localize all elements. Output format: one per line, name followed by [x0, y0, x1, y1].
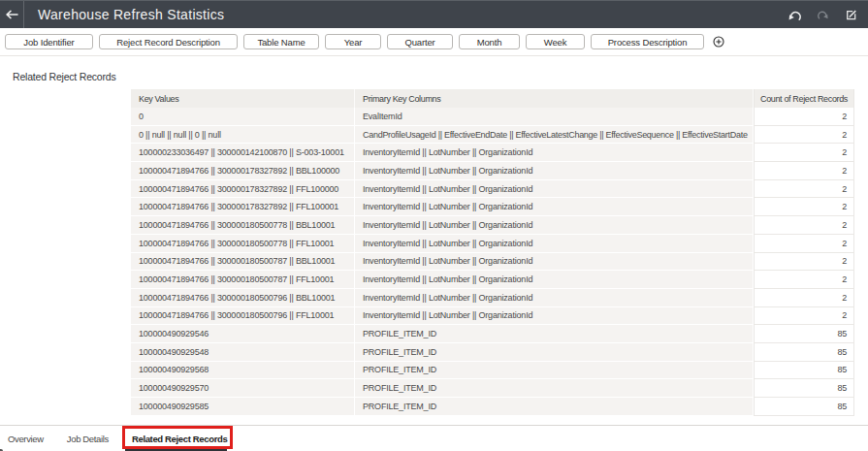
tab-job-details[interactable]: Job Details: [59, 426, 116, 451]
count-cell: 85: [754, 362, 854, 380]
count-cell: 2: [754, 162, 854, 180]
top-header-bar: Warehouse Refresh Statistics: [0, 0, 868, 28]
table-row[interactable]: 100000233036497 || 300000142100870 || S-…: [131, 144, 854, 162]
filter-chip-month[interactable]: Month: [459, 34, 520, 49]
key-values-cell: 100000490929568: [131, 362, 355, 380]
primary-key-columns-cell: PROFILE_ITEM_ID: [355, 398, 754, 416]
primary-key-columns-cell: PROFILE_ITEM_ID: [355, 325, 754, 343]
primary-key-columns-cell: PROFILE_ITEM_ID: [355, 362, 754, 380]
count-cell: 85: [754, 325, 854, 343]
primary-key-columns-cell: InventoryItemId || LotNumber || Organiza…: [355, 144, 754, 162]
key-values-cell: 100000490929570: [131, 379, 355, 398]
table-row[interactable]: 100000490929570PROFILE_ITEM_ID85: [131, 379, 854, 398]
count-cell: 2: [754, 289, 854, 307]
count-cell: 85: [754, 343, 854, 362]
primary-key-columns-cell: PROFILE_ITEM_ID: [355, 379, 754, 398]
table-row[interactable]: 100000471894766 || 300000178327892 || FF…: [131, 198, 854, 216]
key-values-cell: 100000471894766 || 300000180500787 || FF…: [131, 271, 355, 289]
plus-circle-icon: [713, 36, 724, 48]
count-cell: 85: [754, 398, 854, 416]
table-row[interactable]: 100000471894766 || 300000178327892 || FF…: [131, 180, 854, 199]
filter-chip-reject-record-description[interactable]: Reject Record Description: [99, 34, 238, 49]
table-row[interactable]: 100000471894766 || 300000180500778 || BB…: [131, 216, 854, 235]
column-header-primary-key-columns[interactable]: Primary Key Columns: [355, 89, 754, 108]
table-row[interactable]: 100000471894766 || 300000180500787 || BB…: [131, 253, 854, 272]
primary-key-columns-cell: EvalItemId: [355, 108, 754, 126]
filter-bar: Job IdentifierReject Record DescriptionT…: [0, 28, 868, 56]
key-values-cell: 100000471894766 || 300000180500778 || FF…: [131, 235, 355, 253]
key-values-cell: 100000490929548: [131, 343, 355, 362]
key-values-cell: 100000471894766 || 300000178327892 || FF…: [131, 198, 355, 216]
primary-key-columns-cell: InventoryItemId || LotNumber || Organiza…: [355, 235, 754, 253]
count-cell: 2: [754, 253, 854, 272]
count-cell: 2: [754, 198, 854, 216]
filter-chip-table-name[interactable]: Table Name: [243, 34, 319, 49]
key-values-cell: 100000471894766 || 300000180500787 || BB…: [131, 253, 355, 272]
key-values-cell: 0 || null || null || 0 || null: [131, 126, 355, 145]
filter-chip-process-description[interactable]: Process Description: [591, 34, 704, 49]
count-cell: 2: [754, 144, 854, 162]
count-cell: 85: [754, 379, 854, 398]
primary-key-columns-cell: CandProfileUsageId || EffectiveEndDate |…: [355, 126, 754, 145]
count-cell: 2: [754, 216, 854, 235]
tab-related-reject-records[interactable]: Related Reject Records: [124, 426, 235, 451]
undo-button[interactable]: [781, 2, 809, 29]
table-row[interactable]: 100000490929568PROFILE_ITEM_ID85: [131, 362, 854, 380]
table-row[interactable]: 100000490929548PROFILE_ITEM_ID85: [131, 343, 854, 362]
bottom-tab-bar: OverviewJob DetailsRelated Reject Record…: [0, 425, 868, 451]
table-row[interactable]: 0 || null || null || 0 || nullCandProfil…: [131, 126, 854, 145]
key-values-cell: 100000490929546: [131, 325, 355, 343]
count-cell: 2: [754, 235, 854, 253]
reject-records-table: Key ValuesPrimary Key ColumnsCount of Re…: [131, 89, 854, 416]
edit-button[interactable]: [837, 2, 865, 29]
filter-chip-year[interactable]: Year: [325, 34, 381, 49]
add-filter-button[interactable]: [712, 35, 724, 48]
filter-chip-quarter[interactable]: Quarter: [387, 34, 453, 49]
redo-button[interactable]: [809, 2, 837, 29]
table-row[interactable]: 100000471894766 || 300000180500778 || FF…: [131, 235, 854, 253]
primary-key-columns-cell: InventoryItemId || LotNumber || Organiza…: [355, 162, 754, 180]
column-header-count-of-reject-records[interactable]: Count of Reject Records: [754, 89, 854, 108]
key-values-cell: 100000471894766 || 300000180500778 || BB…: [131, 216, 355, 235]
primary-key-columns-cell: InventoryItemId || LotNumber || Organiza…: [355, 289, 754, 307]
primary-key-columns-cell: InventoryItemId || LotNumber || Organiza…: [355, 198, 754, 216]
count-cell: 2: [754, 271, 854, 289]
key-values-cell: 100000471894766 || 300000180500796 || BB…: [131, 289, 355, 307]
count-cell: 2: [754, 180, 854, 199]
primary-key-columns-cell: InventoryItemId || LotNumber || Organiza…: [355, 253, 754, 272]
primary-key-columns-cell: PROFILE_ITEM_ID: [355, 343, 754, 362]
count-cell: 2: [754, 307, 854, 326]
table-row[interactable]: 100000471894766 || 300000180500796 || BB…: [131, 289, 854, 307]
section-heading: Related Reject Records: [13, 71, 116, 82]
key-values-cell: 100000471894766 || 300000180500796 || FF…: [131, 307, 355, 326]
primary-key-columns-cell: InventoryItemId || LotNumber || Organiza…: [355, 307, 754, 326]
count-cell: 2: [754, 108, 854, 126]
tab-overview[interactable]: Overview: [0, 426, 51, 451]
table-row[interactable]: 100000490929546PROFILE_ITEM_ID85: [131, 325, 854, 343]
topbar-actions: [781, 1, 865, 29]
key-values-cell: 0: [131, 108, 355, 126]
table-row[interactable]: 100000471894766 || 300000178327892 || BB…: [131, 162, 854, 180]
table-row[interactable]: 0EvalItemId2: [131, 108, 854, 126]
filter-chip-job-identifier[interactable]: Job Identifier: [5, 34, 93, 49]
key-values-cell: 100000233036497 || 300000142100870 || S-…: [131, 144, 355, 162]
back-button[interactable]: [0, 1, 23, 28]
page-title: Warehouse Refresh Statistics: [38, 7, 224, 22]
table-row[interactable]: 100000471894766 || 300000180500796 || FF…: [131, 307, 854, 326]
key-values-cell: 100000471894766 || 300000178327892 || FF…: [131, 180, 355, 199]
table-row[interactable]: 100000490929585PROFILE_ITEM_ID85: [131, 398, 854, 416]
edit-icon: [846, 10, 856, 20]
primary-key-columns-cell: InventoryItemId || LotNumber || Organiza…: [355, 216, 754, 235]
primary-key-columns-cell: InventoryItemId || LotNumber || Organiza…: [355, 180, 754, 199]
topbar-divider: [23, 1, 24, 28]
table-header-row: Key ValuesPrimary Key ColumnsCount of Re…: [131, 89, 854, 108]
count-cell: 2: [754, 126, 854, 145]
filter-chip-week[interactable]: Week: [526, 34, 585, 49]
primary-key-columns-cell: InventoryItemId || LotNumber || Organiza…: [355, 271, 754, 289]
back-arrow-icon: [6, 10, 18, 19]
column-header-key-values[interactable]: Key Values: [131, 89, 355, 108]
key-values-cell: 100000471894766 || 300000178327892 || BB…: [131, 162, 355, 180]
key-values-cell: 100000490929585: [131, 398, 355, 416]
undo-icon: [788, 11, 801, 20]
table-row[interactable]: 100000471894766 || 300000180500787 || FF…: [131, 271, 854, 289]
